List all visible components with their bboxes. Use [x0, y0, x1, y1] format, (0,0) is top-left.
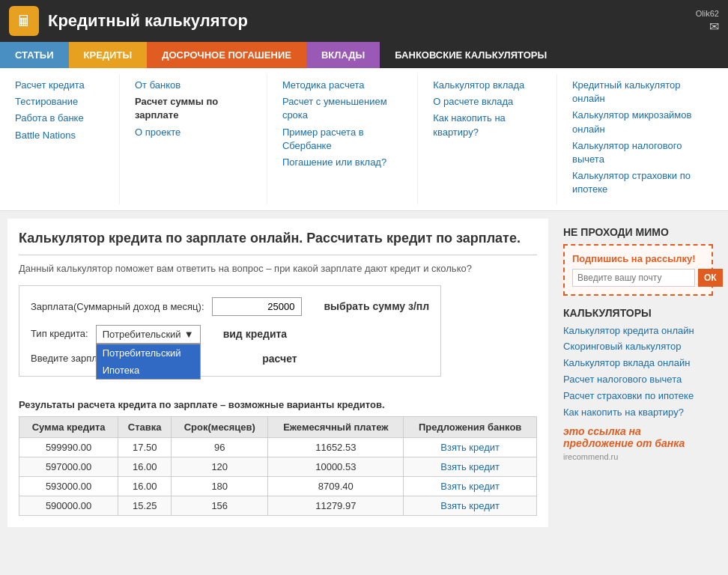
- col-rate: Ставка: [118, 416, 172, 437]
- header: 🖩 Кредитный калькулятор Olik62 ✉: [0, 0, 728, 42]
- cell-link[interactable]: Взять кредит: [404, 476, 537, 496]
- enter-row: Введите зарплату и нажмите расчет расчет: [31, 353, 429, 365]
- nav-articles[interactable]: СТАТЬИ: [0, 42, 69, 68]
- newsletter-submit[interactable]: ОК: [698, 269, 723, 287]
- results-table: Сумма кредита Ставка Срок(месяцев) Ежеме…: [19, 416, 537, 516]
- option-consumer[interactable]: Потребительский: [97, 344, 200, 362]
- dropdown-arrow: ▼: [184, 329, 194, 340]
- bank-offer-link[interactable]: Взять кредит: [440, 442, 500, 453]
- credit-type-hint: вид кредита: [208, 325, 287, 340]
- menu-link-rashet[interactable]: Расчет кредита: [15, 79, 104, 92]
- main-content: Калькулятор кредита по зарплате онлайн. …: [7, 219, 548, 527]
- sidebar-link-deposit[interactable]: Калькулятор вклада онлайн: [563, 357, 713, 370]
- sidebar-link-tax[interactable]: Расчет налогового вычета: [563, 374, 713, 386]
- col-offers: Предложения банков: [404, 416, 537, 437]
- cell-rate: 15.25: [118, 496, 172, 515]
- menu-link-insurance[interactable]: Калькулятор страховки по ипотеке: [572, 169, 713, 196]
- calculator-form: Зарплата(Суммарный доход в месяц): выбра…: [19, 285, 441, 377]
- mega-col-2: От банков Расчет суммы по зарплате О про…: [120, 74, 267, 204]
- col-payment: Ежемесячный платеж: [268, 416, 404, 437]
- table-row: 593000.00 16.00 180 8709.40 Взять кредит: [19, 476, 537, 496]
- col-term: Срок(месяцев): [172, 416, 268, 437]
- menu-link-deposit-calc[interactable]: Калькулятор вклада: [433, 79, 542, 92]
- nav-bank-calc[interactable]: БАНКОВСКИЕ КАЛЬКУЛЯТОРЫ: [380, 42, 562, 68]
- email-icon[interactable]: ✉: [709, 19, 719, 34]
- nav-deposits[interactable]: ВКЛАДЫ: [306, 42, 380, 68]
- overlay-note: это ссылка на предложение от банка: [563, 425, 713, 449]
- dropdown-trigger[interactable]: Потребительский ▼: [96, 325, 201, 344]
- cell-rate: 16.00: [118, 457, 172, 476]
- sidebar-link-apartment[interactable]: Как накопить на квартиру?: [563, 407, 713, 419]
- salary-label: Зарплата(Суммарный доход в месяц):: [31, 301, 204, 312]
- menu-link-deposit-or-pay[interactable]: Погашение или вклад?: [282, 156, 402, 169]
- bank-offer-link[interactable]: Взять кредит: [440, 461, 500, 472]
- table-row: 590000.00 15.25 156 11279.97 Взять креди…: [19, 496, 537, 515]
- sidebar-link-insurance[interactable]: Расчет страховки по ипотеке: [563, 390, 713, 403]
- cell-link[interactable]: Взять кредит: [404, 496, 537, 515]
- cell-rate: 16.00: [118, 476, 172, 496]
- dropdown-menu: Потребительский Ипотека: [96, 344, 201, 380]
- menu-link-tax-deduction[interactable]: Калькулятор налогового вычета: [572, 139, 713, 166]
- newsletter-heading: НЕ ПРОХОДИ МИМО: [563, 226, 713, 238]
- watermark: irecommend.ru: [563, 452, 713, 461]
- calc-description: Данный калькулятор поможет вам ответить …: [19, 263, 537, 274]
- menu-link-apartment[interactable]: Как накопить на квартиру?: [433, 112, 542, 139]
- mega-col-4: Калькулятор вклада О расчете вклада Как …: [418, 74, 557, 204]
- menu-link-micro-loans[interactable]: Калькулятор микрозаймов онлайн: [572, 109, 713, 136]
- credit-type-label: Тип кредита:: [31, 325, 88, 339]
- mega-col-3: Методика расчета Расчет с уменьшением ср…: [267, 74, 418, 204]
- cell-payment: 11652.53: [268, 437, 404, 457]
- divider: [19, 255, 537, 255]
- option-mortgage[interactable]: Ипотека: [97, 362, 200, 379]
- menu-link-salary-calc[interactable]: Расчет суммы по зарплате: [135, 95, 252, 122]
- cell-rate: 17.50: [118, 437, 172, 457]
- newsletter-input[interactable]: [572, 269, 695, 287]
- cell-sum: 599990.00: [19, 437, 118, 457]
- menu-link-deposit-info[interactable]: О расчете вклада: [433, 95, 542, 109]
- nav-credits[interactable]: КРЕДИТЫ: [69, 42, 148, 68]
- cell-term: 156: [172, 496, 268, 515]
- menu-link-reduce-term[interactable]: Расчет с уменьшением срока: [282, 95, 402, 122]
- header-right: Olik62 ✉: [696, 9, 719, 34]
- menu-link-testing[interactable]: Тестирование: [15, 95, 104, 109]
- sidebar-link-credit[interactable]: Калькулятор кредита онлайн: [563, 325, 713, 338]
- cell-payment: 11279.97: [268, 496, 404, 515]
- newsletter-form: ОК: [572, 269, 704, 287]
- menu-link-work[interactable]: Работа в банке: [15, 112, 104, 125]
- cell-link[interactable]: Взять кредит: [404, 437, 537, 457]
- username: Olik62: [696, 9, 719, 18]
- menu-link-battle[interactable]: Battle Nations: [15, 129, 104, 142]
- cell-term: 96: [172, 437, 268, 457]
- cell-payment: 8709.40: [268, 476, 404, 496]
- table-header-row: Сумма кредита Ставка Срок(месяцев) Ежеме…: [19, 416, 537, 437]
- credit-type-row: Тип кредита: Потребительский ▼ Потребите…: [31, 325, 429, 344]
- menu-link-credit-online[interactable]: Кредитный калькулятор онлайн: [572, 79, 713, 106]
- menu-link-about[interactable]: О проекте: [135, 126, 252, 139]
- mega-col-5: Кредитный калькулятор онлайн Калькулятор…: [557, 74, 728, 204]
- bank-offer-link[interactable]: Взять кредит: [440, 481, 500, 492]
- calc-title: Калькулятор кредита по зарплате онлайн. …: [19, 230, 537, 247]
- salary-input[interactable]: [212, 297, 302, 316]
- menu-link-sberbank[interactable]: Пример расчета в Сбербанке: [282, 126, 402, 153]
- dropdown-value: Потребительский: [103, 329, 181, 340]
- nav-early[interactable]: ДОСРОЧНОЕ ПОГАШЕНИЕ: [147, 42, 306, 68]
- table-row: 599990.00 17.50 96 11652.53 Взять кредит: [19, 437, 537, 457]
- cell-sum: 590000.00: [19, 496, 118, 515]
- newsletter-title: Подпишись на рассылку!: [572, 253, 704, 264]
- mega-col-1: Расчет кредита Тестирование Работа в бан…: [0, 74, 120, 204]
- bank-offer-link[interactable]: Взять кредит: [440, 500, 500, 511]
- cell-link[interactable]: Взять кредит: [404, 457, 537, 476]
- app-title: Кредитный калькулятор: [48, 11, 687, 31]
- cell-sum: 597000.00: [19, 457, 118, 476]
- newsletter-box: Подпишись на рассылку! ОК: [563, 244, 713, 296]
- salary-row: Зарплата(Суммарный доход в месяц): выбра…: [31, 297, 429, 316]
- table-row: 597000.00 16.00 120 10000.53 Взять креди…: [19, 457, 537, 476]
- salary-hint: выбрать сумму з/пл: [309, 300, 430, 312]
- sidebar-link-scoring[interactable]: Скоринговый калькулятор: [563, 341, 713, 353]
- cell-term: 120: [172, 457, 268, 476]
- enter-hint: расчет: [202, 353, 297, 365]
- cell-term: 180: [172, 476, 268, 496]
- menu-link-method[interactable]: Методика расчета: [282, 79, 402, 92]
- menu-link-banks[interactable]: От банков: [135, 79, 252, 92]
- app-icon: 🖩: [9, 6, 39, 36]
